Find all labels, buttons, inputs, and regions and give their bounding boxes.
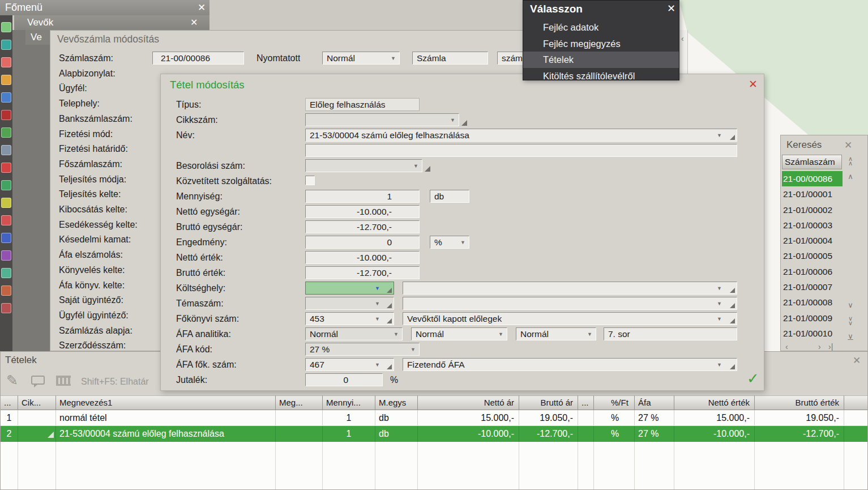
menu-item-header-note[interactable]: Fejléc megjegyzés <box>523 36 679 52</box>
ledger-name-combo[interactable]: Vevőktől kapott előlegek ▼ <box>403 312 737 325</box>
intermediated-service-checkbox[interactable] <box>305 176 315 185</box>
topic-number-combo[interactable]: ▼ <box>305 297 394 310</box>
column-header[interactable]: %/Ft <box>594 395 635 410</box>
chevron-down-icon[interactable]: ▼ <box>375 301 380 306</box>
scroll-up-button[interactable]: ∧ <box>843 173 858 181</box>
topic-number-name-combo[interactable]: ▼ <box>403 297 737 310</box>
chevron-down-icon[interactable]: ▼ <box>717 286 722 291</box>
resize-grip-icon[interactable] <box>730 318 735 323</box>
column-header[interactable]: Nettó ár <box>418 395 519 410</box>
app-icon[interactable] <box>1 303 11 313</box>
menu-item-line-items[interactable]: Tételek <box>523 52 679 68</box>
edit-pencil-icon[interactable]: ✎ <box>6 372 18 389</box>
invoice-kind-combo[interactable]: Normál ▼ <box>322 52 400 65</box>
resize-grip-icon[interactable] <box>730 303 735 308</box>
close-icon[interactable]: ✕ <box>844 140 852 150</box>
column-header[interactable]: Cik... <box>18 395 56 410</box>
net-value-field[interactable]: -10.000,- <box>305 251 420 264</box>
app-icon[interactable] <box>1 286 11 296</box>
chevron-down-icon[interactable]: ▼ <box>391 56 396 61</box>
resize-grip-icon[interactable] <box>387 364 392 369</box>
column-header[interactable]: Mennyi... <box>323 395 375 410</box>
close-icon[interactable]: ✕ <box>198 3 206 12</box>
vat-code-combo[interactable]: 27 % ▼ <box>305 343 420 356</box>
list-item[interactable]: 21-01/00003 <box>782 218 843 233</box>
app-icon[interactable] <box>1 75 11 85</box>
table-row-selected[interactable]: 2 21-53/00004 számú előleg felhasználása… <box>1 426 868 442</box>
scroll-last-button[interactable]: ∨ <box>843 333 858 340</box>
list-item[interactable]: 21-00/00086 <box>782 171 843 186</box>
app-icon[interactable] <box>1 215 11 225</box>
resize-grip-icon[interactable] <box>387 288 392 293</box>
chevron-down-icon[interactable]: ▼ <box>375 362 380 367</box>
chevron-down-icon[interactable]: ▼ <box>375 286 380 291</box>
list-item[interactable]: 21-01/00004 <box>782 233 843 248</box>
close-icon[interactable]: ✕ <box>667 4 675 14</box>
list-item[interactable]: 21-01/00008 <box>782 295 843 310</box>
nav-last-icon[interactable]: ›| <box>828 343 833 351</box>
name2-field[interactable] <box>305 144 737 157</box>
nav-left-icon[interactable]: ‹ <box>785 343 788 351</box>
close-icon[interactable]: ✕ <box>853 356 861 365</box>
name-combo[interactable]: 21-53/00004 számú előleg felhasználása ▼ <box>305 129 737 142</box>
chevron-down-icon[interactable]: ▼ <box>717 133 722 138</box>
table-row[interactable]: 1 normál tétel 1 db 15.000,- 19.050,- % … <box>1 410 868 426</box>
invoice-number-field[interactable]: 21-00/00086 <box>152 52 244 65</box>
resize-grip-icon[interactable] <box>387 318 392 323</box>
chevron-down-icon[interactable]: ▼ <box>498 331 503 336</box>
chevron-down-icon[interactable]: ▼ <box>394 331 399 336</box>
column-header[interactable]: Áfa <box>635 395 674 410</box>
scroll-page-down-button[interactable]: ∨∨ <box>843 317 858 325</box>
vat-ledger-combo[interactable]: 467 ▼ <box>305 358 394 371</box>
comment-icon[interactable] <box>31 376 45 385</box>
list-item[interactable]: 21-01/00007 <box>782 279 843 295</box>
resize-grip-icon[interactable] <box>387 303 392 308</box>
gross-value-field[interactable]: -12.700,- <box>305 266 420 279</box>
app-icon[interactable] <box>1 127 11 138</box>
chevron-down-icon[interactable]: ▼ <box>450 117 455 122</box>
item-number-combo[interactable]: ▼ <box>305 113 459 126</box>
unit-field[interactable]: db <box>430 190 469 203</box>
app-icon[interactable] <box>1 163 11 173</box>
close-icon[interactable]: ✕ <box>190 18 198 27</box>
net-unit-price-field[interactable]: -10.000,- <box>305 205 420 218</box>
app-icon[interactable] <box>1 250 11 261</box>
vat-analytics-combo-2[interactable]: Normál ▼ <box>411 327 507 340</box>
resize-grip-icon[interactable] <box>425 166 430 172</box>
column-header[interactable]: Bruttó ár <box>519 395 578 410</box>
app-icon[interactable] <box>1 92 11 103</box>
list-item[interactable]: 21-01/00006 <box>782 264 843 279</box>
chevron-down-icon[interactable]: ▼ <box>717 316 722 321</box>
app-icon[interactable] <box>1 233 11 243</box>
resize-grip-icon[interactable] <box>461 120 467 126</box>
resize-grip-icon[interactable] <box>730 288 735 293</box>
column-header[interactable]: Meg... <box>276 395 323 410</box>
chevron-down-icon[interactable]: ▼ <box>460 240 465 245</box>
column-header[interactable]: Megnevezés1 <box>56 395 276 410</box>
chevron-down-icon[interactable]: ▼ <box>717 301 722 306</box>
scroll-down-button[interactable]: ∨ <box>843 301 858 309</box>
confirm-check-icon[interactable]: ✓ <box>747 371 759 386</box>
app-icon[interactable] <box>1 57 11 67</box>
vat-analytics-combo-1[interactable]: Normál ▼ <box>305 327 403 340</box>
column-header[interactable]: M.egys <box>375 395 418 410</box>
discount-field[interactable]: 0 <box>305 236 420 249</box>
menu-item-fill-from-delivery[interactable]: Kitöltés szállítólevélről <box>523 68 679 80</box>
chevron-down-icon[interactable]: ▼ <box>413 163 418 168</box>
app-icon[interactable] <box>1 268 11 278</box>
column-header[interactable]: Bruttó érték <box>755 395 844 410</box>
chevron-down-icon[interactable]: ▼ <box>717 362 722 367</box>
nav-right-icon[interactable]: › <box>818 343 821 351</box>
app-icon[interactable] <box>1 145 11 155</box>
vat-analytics-combo-3[interactable]: Normál ▼ <box>516 327 596 340</box>
app-icon[interactable] <box>1 22 11 32</box>
list-item[interactable]: 21-01/00005 <box>782 248 843 263</box>
column-header[interactable]: Nettó érték <box>674 395 755 410</box>
list-item[interactable]: 21-01/00009 <box>782 310 843 326</box>
menu-item-header-data[interactable]: Fejléc adatok <box>523 19 679 36</box>
scroll-first-button[interactable]: ∧∧ <box>843 157 858 165</box>
list-item[interactable]: 21-01/00002 <box>782 202 843 218</box>
cost-center-name-combo[interactable]: ▼ <box>403 282 737 295</box>
resize-grip-icon[interactable] <box>730 135 735 140</box>
app-icon[interactable] <box>1 40 11 50</box>
